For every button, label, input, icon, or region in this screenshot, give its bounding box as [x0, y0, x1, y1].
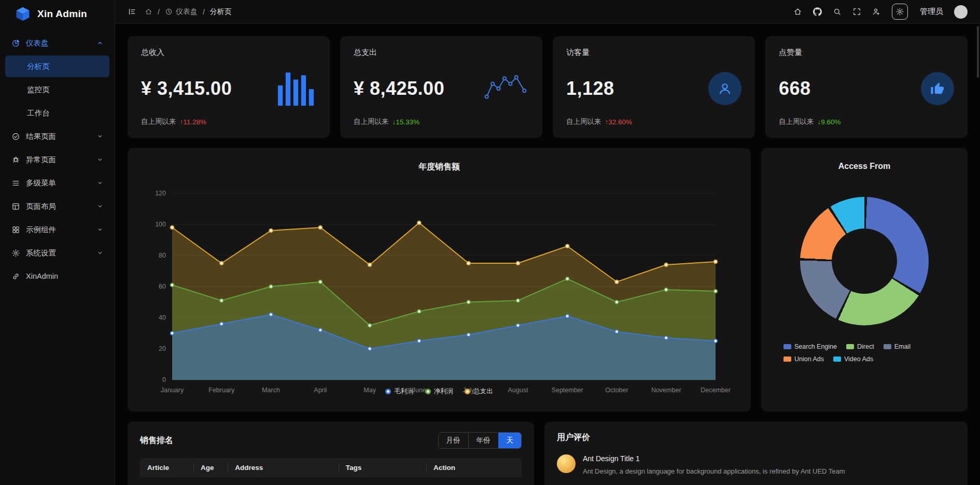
- stat-card-2: 访客量1,128自上周以来↑32.60%: [553, 36, 755, 138]
- app-root: Xin Admin 仪表盘分析页监控页工作台结果页面异常页面多级菜单页面布局示例…: [0, 0, 980, 485]
- sidebar-item-page-layout[interactable]: 页面布局: [5, 195, 109, 217]
- legend-item-direct[interactable]: Direct: [846, 343, 874, 350]
- donut-hole: [832, 229, 897, 294]
- breadcrumb-separator: /: [158, 8, 160, 16]
- stat-value: ¥ 3,415.00: [141, 78, 232, 99]
- svg-text:120: 120: [155, 190, 166, 197]
- stat-footer: 自上周以来↑32.60%: [566, 117, 741, 126]
- sidebar-menu: 仪表盘分析页监控页工作台结果页面异常页面多级菜单页面布局示例组件系统设置XinA…: [0, 28, 115, 485]
- sidebar-item-dashboard[interactable]: 仪表盘: [5, 32, 109, 54]
- chevron-down-icon: [97, 226, 103, 233]
- sidebar-item-system-settings[interactable]: 系统设置: [5, 242, 109, 264]
- collapse-sidebar-icon[interactable]: [128, 7, 136, 16]
- username[interactable]: 管理员: [920, 7, 943, 17]
- chevron-up-icon: [97, 40, 103, 46]
- tab-天[interactable]: 天: [498, 433, 522, 448]
- legend-marker: [385, 389, 391, 394]
- tab-年份[interactable]: 年份: [468, 433, 498, 448]
- ranking-table-header: ArticleAgeAddressTagsAction: [140, 458, 522, 477]
- breadcrumb-separator: /: [203, 8, 205, 16]
- search-icon[interactable]: [833, 7, 842, 16]
- logo[interactable]: Xin Admin: [0, 0, 115, 28]
- ranking-period-tabs: 月份年份天: [438, 432, 522, 449]
- logo-cube-icon: [15, 6, 31, 22]
- chevron-down-icon: [97, 250, 103, 256]
- fullscreen-icon[interactable]: [852, 7, 861, 16]
- result-icon: [11, 132, 20, 141]
- content: 总收入¥ 3,415.00自上周以来↑11.28%总支出¥ 8,425.00自上…: [115, 24, 980, 485]
- legend-item-email[interactable]: Email: [884, 343, 911, 350]
- svg-text:60: 60: [159, 283, 166, 290]
- sidebar-subitem-label: 工作台: [27, 108, 50, 118]
- access-from-title: Access From: [838, 162, 891, 171]
- legend-label: 净利润: [434, 387, 454, 396]
- svg-text:40: 40: [159, 314, 166, 321]
- column-header-article: Article: [140, 458, 193, 477]
- legend-marker: [425, 389, 431, 394]
- avatar[interactable]: [954, 5, 968, 19]
- legend-item-search-engine[interactable]: Search Engine: [783, 343, 837, 350]
- user-add-icon[interactable]: [872, 7, 881, 16]
- sidebar-item-multilevel-menu[interactable]: 多级菜单: [5, 172, 109, 194]
- sidebar-item-exception-pages[interactable]: 异常页面: [5, 149, 109, 170]
- dashboard-icon: [11, 39, 20, 48]
- stat-value: ¥ 8,425.00: [354, 78, 444, 99]
- multilevel-icon: [11, 179, 20, 188]
- annual-sales-title: 年度销售额: [128, 162, 751, 173]
- sidebar-item-label: 异常页面: [26, 155, 56, 165]
- sidebar-subitem-analysis[interactable]: 分析页: [5, 55, 109, 77]
- svg-text:80: 80: [159, 252, 166, 259]
- sidebar-subitem-workbench[interactable]: 工作台: [5, 102, 109, 124]
- trend-value: ↓9.60%: [818, 118, 841, 126]
- annual-sales-card: 年度销售额 020406080100120JanuaryFebruaryMarc…: [128, 148, 751, 411]
- sidebar-subitem-monitor[interactable]: 监控页: [5, 79, 109, 101]
- sales-ranking-title: 销售排名: [140, 435, 173, 446]
- main-area: / 仪表盘 / 分析页 管理员 总收入¥ 3,415.00自上周以来↑11.28…: [115, 0, 980, 485]
- home-icon[interactable]: [793, 7, 802, 16]
- sidebar-item-example-components[interactable]: 示例组件: [5, 219, 109, 240]
- svg-text:100: 100: [155, 221, 166, 228]
- legend-marker: [465, 389, 470, 394]
- link-icon: [11, 272, 20, 281]
- line-chart-legend: 毛利润净利润总支出: [128, 387, 751, 396]
- legend-swatch: [833, 356, 841, 362]
- sidebar-item-label: 页面布局: [26, 202, 56, 211]
- annual-sales-chart: 020406080100120JanuaryFebruaryMarchApril…: [128, 175, 751, 403]
- scrollbar-thumb[interactable]: [977, 26, 979, 78]
- legend-item-总支出[interactable]: 总支出: [465, 387, 493, 396]
- stat-title: 点赞量: [779, 48, 954, 58]
- review-title[interactable]: Ant Design Title 1: [583, 454, 845, 463]
- user-reviews-title: 用户评价: [557, 432, 955, 443]
- legend-item-video-ads[interactable]: Video Ads: [833, 355, 873, 363]
- stat-footer: 自上周以来↓9.60%: [779, 117, 954, 126]
- trend-value: ↑32.60%: [605, 118, 633, 126]
- sidebar-item-result-pages[interactable]: 结果页面: [5, 125, 109, 147]
- legend-swatch: [783, 344, 791, 349]
- stat-footer-label: 自上周以来: [354, 117, 389, 126]
- exception-icon: [11, 155, 20, 164]
- sidebar-item-xinadmin-link[interactable]: XinAdmin: [5, 265, 109, 287]
- sidebar-item-label: 仪表盘: [26, 38, 49, 48]
- chevron-down-icon: [97, 180, 103, 186]
- stat-footer: 自上周以来↓15.33%: [354, 117, 529, 126]
- review-avatar: [557, 454, 576, 473]
- column-header-address: Address: [228, 458, 338, 477]
- legend-swatch: [846, 344, 854, 349]
- legend-item-毛利润[interactable]: 毛利润: [385, 387, 414, 396]
- chevron-down-icon: [97, 203, 103, 209]
- trend-value: ↑11.28%: [180, 118, 207, 126]
- github-icon[interactable]: [813, 7, 822, 16]
- legend-item-union-ads[interactable]: Union Ads: [783, 355, 824, 363]
- thumbs-up-icon: [921, 72, 954, 105]
- review-item: Ant Design Title 1 Ant Design, a design …: [557, 454, 955, 477]
- stat-footer-label: 自上周以来: [779, 117, 814, 126]
- breadcrumb-home[interactable]: [145, 8, 152, 16]
- sidebar-item-label: 系统设置: [26, 248, 56, 258]
- gear-icon[interactable]: [892, 4, 908, 20]
- tab-月份[interactable]: 月份: [439, 433, 468, 448]
- sidebar-item-label: XinAdmin: [26, 272, 58, 280]
- legend-item-净利润[interactable]: 净利润: [425, 387, 454, 396]
- sidebar-item-label: 结果页面: [26, 132, 56, 141]
- bottom-row: 销售排名 月份年份天 ArticleAgeAddressTagsAction 用…: [128, 422, 968, 485]
- breadcrumb-dashboard[interactable]: 仪表盘: [165, 7, 198, 17]
